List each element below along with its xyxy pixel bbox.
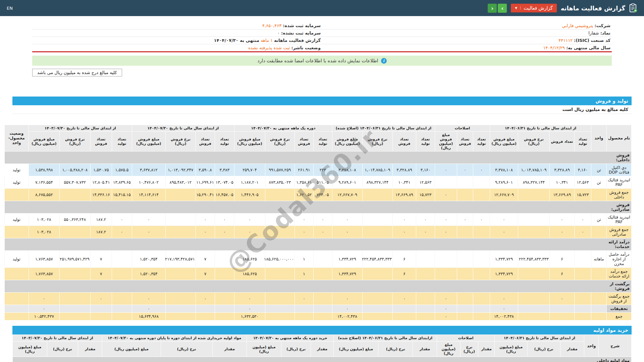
column-subheader: نرخ فروش (ریال) bbox=[59, 132, 90, 152]
materials-table-wrap: شرحواحداز ابتدای سال مالی تا تاریخ ۱۴۰۴/… bbox=[12, 335, 632, 362]
value-cell: ۱,۵۲۰,۳۵۴ bbox=[132, 251, 165, 268]
value-cell: ۵۵۷,۳۰۷,۷۳۲ bbox=[59, 176, 90, 189]
column-subheader: مبلغ (میلیون ریال) bbox=[333, 342, 378, 357]
product-name-cell: انیدرید فتالیک PAF bbox=[607, 214, 632, 226]
column-subheader: نرخ فروش (ریال) bbox=[265, 132, 294, 152]
value-cell: ۰ bbox=[215, 214, 234, 226]
unit-cell bbox=[591, 313, 607, 320]
unit-cell: تن bbox=[591, 214, 607, 226]
table-section-row: درآمد ارائه خدمات: bbox=[4, 238, 631, 251]
info-value: ۴۴۱۱۱۲ bbox=[558, 38, 573, 43]
section-cell: فروش داخلی: bbox=[4, 152, 631, 164]
value-cell bbox=[215, 251, 234, 268]
value-cell: ۱۵,۲۹۰.۴۱ bbox=[196, 189, 215, 201]
unit-cell bbox=[591, 293, 607, 305]
value-cell bbox=[575, 313, 591, 320]
value-cell: ۷,۱۳۶,۵۵۴ bbox=[29, 176, 59, 189]
value-cell bbox=[265, 293, 294, 305]
value-cell: ۱۰,۴۷۶,۸۰۲ bbox=[132, 176, 165, 189]
value-cell: ۰ bbox=[313, 226, 332, 238]
value-cell: ۱۰,۳۴۱ bbox=[550, 176, 575, 189]
value-cell bbox=[59, 268, 90, 280]
value-cell: ۰ bbox=[490, 305, 518, 313]
column-header-unit: واحد bbox=[591, 125, 607, 152]
column-subheader: نرخ (ریال) bbox=[378, 342, 413, 357]
value-cell bbox=[112, 251, 132, 268]
value-cell: ۰ bbox=[416, 226, 435, 238]
column-subheader: مبلغ (میلیون ریال) bbox=[13, 342, 47, 357]
section-label: برگشت از فروش: bbox=[607, 282, 630, 291]
header-sub-row: مقدارنرخ (ریال)مبلغ (میلیون ریال)مقدارنر… bbox=[13, 342, 632, 357]
value-cell bbox=[362, 268, 392, 280]
product-status-cell: تولید bbox=[4, 214, 29, 226]
sales-table-wrap: نام محصولواحداز ابتدای سال مالی تا تاریخ… bbox=[12, 125, 632, 320]
column-subheader: مقدار bbox=[311, 342, 334, 357]
value-cell: ۲۵۹,۷۰۴ bbox=[234, 164, 265, 176]
unit-cell bbox=[591, 305, 607, 313]
amounts-note-wrap: کلیه مبالغ درج شده به میلیون ریال می باش… bbox=[32, 69, 612, 76]
value-cell bbox=[313, 293, 332, 305]
value-cell bbox=[215, 293, 234, 305]
value-cell: ۱۰,۵۴۲,۴۳۷ bbox=[29, 313, 59, 320]
value-cell bbox=[112, 305, 132, 313]
section-cell: برگشت از فروش: bbox=[4, 280, 631, 293]
prev-report-button[interactable]: ‹ bbox=[488, 4, 497, 13]
value-cell: ۲۱۷,۱۹۳,۴۲۸,۵۷۱ bbox=[165, 251, 196, 268]
value-cell bbox=[165, 268, 196, 280]
materials-purchase-table: شرحواحداز ابتدای سال مالی تا تاریخ ۱۴۰۴/… bbox=[12, 335, 632, 362]
value-cell: ۲۲۲,۴۵۴,۸۳۳,۳۳۳ bbox=[518, 251, 550, 268]
value-cell bbox=[165, 214, 196, 226]
value-cell bbox=[518, 214, 550, 226]
value-cell bbox=[112, 268, 132, 280]
table-section-row: برگشت از فروش: bbox=[4, 280, 631, 293]
report-document-icon[interactable] bbox=[629, 3, 637, 13]
product-name-cell: جمع درآمد ارائه خدمات bbox=[607, 268, 632, 280]
value-cell bbox=[473, 226, 490, 238]
value-cell: ۱,۳۳۴,۷۲۹ bbox=[490, 268, 518, 280]
value-cell bbox=[457, 176, 473, 189]
column-header-status: وضعیت محصول- واحد bbox=[4, 125, 29, 152]
value-cell: ۰ bbox=[473, 164, 490, 176]
value-cell: ۳,۳۲۸.۸۹ bbox=[392, 164, 416, 176]
column-subheader: تعداد تولید bbox=[112, 132, 132, 152]
value-cell bbox=[575, 293, 591, 305]
value-cell: ۶ bbox=[550, 268, 575, 280]
value-cell bbox=[362, 313, 392, 320]
value-cell bbox=[518, 189, 550, 201]
value-cell: ۱۸۷.۲ bbox=[90, 214, 112, 226]
value-cell: ۰ bbox=[435, 313, 457, 320]
chevron-down-icon: ▼ bbox=[515, 6, 521, 10]
value-cell: ۱۴,۳۳۶.۱۶ bbox=[90, 189, 112, 201]
value-cell: ۱,۴۴۶,۹۰۵ bbox=[234, 189, 265, 201]
product-name-cell: انیدرید فتالیک PAF bbox=[607, 176, 632, 189]
value-cell bbox=[435, 176, 457, 189]
value-cell bbox=[416, 305, 435, 313]
value-cell: ۰ bbox=[29, 305, 59, 313]
value-cell bbox=[518, 293, 550, 305]
section-title-materials: خرید مواد اولیه bbox=[12, 326, 632, 335]
product-name-cell: جمع برگشت از فروش bbox=[607, 293, 632, 305]
language-toggle-en[interactable]: EN bbox=[7, 6, 13, 11]
value-cell: ۵۵۰,۳۶۳,۲۴۸ bbox=[59, 214, 90, 226]
value-cell bbox=[473, 293, 490, 305]
value-cell bbox=[265, 214, 294, 226]
value-cell bbox=[362, 293, 392, 305]
value-cell bbox=[518, 268, 550, 280]
value-cell: ۰ bbox=[196, 226, 215, 238]
value-cell: ۰ bbox=[132, 214, 165, 226]
value-cell bbox=[435, 251, 457, 268]
value-cell: ۰ bbox=[132, 226, 165, 238]
column-subheader: تعداد تولید bbox=[416, 132, 435, 152]
value-cell bbox=[165, 305, 196, 313]
column-subheader: مبلغ (میلیون ریال) bbox=[247, 342, 281, 357]
value-cell: ۱,۵۷۵.۵ bbox=[112, 164, 132, 176]
report-type-button[interactable]: گزارش فعالیت ▼ bbox=[511, 4, 556, 12]
value-cell: ۱,۳۳۴,۷۲۹ bbox=[490, 251, 518, 268]
next-report-button[interactable]: › bbox=[498, 4, 507, 13]
value-cell: ۳,۵۹۰.۸ bbox=[196, 164, 215, 176]
company-info-cell: وضعیت ناشر: ثبت شده پذیرفته نشده bbox=[32, 44, 322, 52]
value-cell: ۱۵,۶۳۴,۹۶۸ bbox=[132, 313, 165, 320]
value-cell bbox=[265, 226, 294, 238]
production-sales-table: نام محصولواحداز ابتدای سال مالی تا تاریخ… bbox=[4, 125, 632, 320]
section-cell: فروش صادراتی: bbox=[4, 201, 631, 214]
